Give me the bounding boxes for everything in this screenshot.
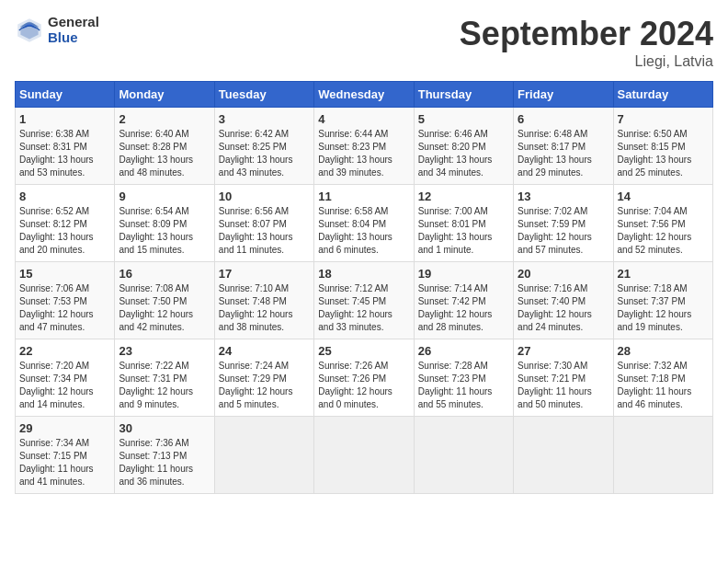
col-header-thursday: Thursday [414,82,513,108]
day-number: 15 [19,267,110,281]
day-number: 18 [318,267,409,281]
day-number: 2 [119,112,210,126]
calendar-cell: 15 Sunrise: 7:06 AMSunset: 7:53 PMDaylig… [16,262,115,339]
day-number: 9 [119,190,210,203]
day-info: Sunrise: 7:08 AMSunset: 7:50 PMDaylight:… [119,283,193,332]
logo: General Blue [15,15,99,45]
calendar-cell: 30 Sunrise: 7:36 AMSunset: 7:13 PMDaylig… [115,417,214,494]
day-number: 26 [418,344,509,358]
calendar-cell: 18 Sunrise: 7:12 AMSunset: 7:45 PMDaylig… [314,262,414,339]
day-number: 23 [119,344,210,358]
calendar-cell: 29 Sunrise: 7:34 AMSunset: 7:15 PMDaylig… [16,417,115,494]
day-info: Sunrise: 7:24 AMSunset: 7:29 PMDaylight:… [219,361,293,409]
calendar-cell [414,417,513,494]
day-info: Sunrise: 7:36 AMSunset: 7:13 PMDaylight:… [119,438,193,487]
day-number: 28 [618,344,709,358]
calendar-cell: 1 Sunrise: 6:38 AMSunset: 8:31 PMDayligh… [16,108,115,185]
day-number: 1 [19,112,110,126]
day-number: 30 [119,421,210,435]
day-number: 20 [518,267,609,281]
day-info: Sunrise: 6:46 AMSunset: 8:20 PMDaylight:… [418,129,493,178]
logo-general: General [48,15,99,30]
calendar-week-row: 22 Sunrise: 7:20 AMSunset: 7:34 PMDaylig… [16,339,713,417]
day-info: Sunrise: 7:16 AMSunset: 7:40 PMDaylight:… [518,283,592,332]
day-number: 19 [418,267,509,281]
calendar-week-row: 15 Sunrise: 7:06 AMSunset: 7:53 PMDaylig… [16,262,713,339]
day-number: 7 [618,112,709,126]
day-number: 6 [518,112,609,126]
col-header-friday: Friday [514,82,613,108]
calendar-cell: 19 Sunrise: 7:14 AMSunset: 7:42 PMDaylig… [414,262,513,339]
calendar-cell: 5 Sunrise: 6:46 AMSunset: 8:20 PMDayligh… [414,108,513,185]
calendar-cell: 6 Sunrise: 6:48 AMSunset: 8:17 PMDayligh… [514,108,613,185]
day-info: Sunrise: 7:14 AMSunset: 7:42 PMDaylight:… [418,283,493,332]
day-info: Sunrise: 7:06 AMSunset: 7:53 PMDaylight:… [19,283,94,332]
day-number: 11 [318,190,409,203]
day-info: Sunrise: 6:38 AMSunset: 8:31 PMDaylight:… [19,129,94,178]
day-number: 22 [19,344,110,358]
calendar-cell: 2 Sunrise: 6:40 AMSunset: 8:28 PMDayligh… [115,108,214,185]
day-info: Sunrise: 6:58 AMSunset: 8:04 PMDaylight:… [318,206,392,255]
day-info: Sunrise: 7:18 AMSunset: 7:37 PMDaylight:… [618,283,692,332]
day-number: 10 [219,190,310,203]
logo-icon [15,16,44,45]
day-info: Sunrise: 7:12 AMSunset: 7:45 PMDaylight:… [318,283,392,332]
calendar-cell: 10 Sunrise: 6:56 AMSunset: 8:07 PMDaylig… [214,185,313,262]
day-info: Sunrise: 6:56 AMSunset: 8:07 PMDaylight:… [219,206,293,255]
calendar-cell: 17 Sunrise: 7:10 AMSunset: 7:48 PMDaylig… [214,262,313,339]
calendar-cell [314,417,414,494]
day-number: 21 [618,267,709,281]
day-number: 12 [418,190,509,203]
day-info: Sunrise: 7:30 AMSunset: 7:21 PMDaylight:… [518,361,592,409]
month-title: September 2024 [460,15,713,53]
calendar-cell: 26 Sunrise: 7:28 AMSunset: 7:23 PMDaylig… [414,339,513,417]
calendar-cell: 20 Sunrise: 7:16 AMSunset: 7:40 PMDaylig… [514,262,613,339]
day-info: Sunrise: 6:40 AMSunset: 8:28 PMDaylight:… [119,129,193,178]
calendar-cell: 27 Sunrise: 7:30 AMSunset: 7:21 PMDaylig… [514,339,613,417]
day-number: 27 [518,344,609,358]
col-header-tuesday: Tuesday [214,82,313,108]
day-info: Sunrise: 7:00 AMSunset: 8:01 PMDaylight:… [418,206,493,255]
calendar-cell: 16 Sunrise: 7:08 AMSunset: 7:50 PMDaylig… [115,262,214,339]
calendar-cell [613,417,712,494]
col-header-saturday: Saturday [613,82,712,108]
day-info: Sunrise: 6:52 AMSunset: 8:12 PMDaylight:… [19,206,94,255]
day-info: Sunrise: 7:26 AMSunset: 7:26 PMDaylight:… [318,361,392,409]
calendar-cell: 28 Sunrise: 7:32 AMSunset: 7:18 PMDaylig… [613,339,712,417]
day-info: Sunrise: 7:20 AMSunset: 7:34 PMDaylight:… [19,361,94,409]
title-block: September 2024 Liegi, Latvia [460,15,713,70]
day-info: Sunrise: 7:22 AMSunset: 7:31 PMDaylight:… [119,361,193,409]
day-info: Sunrise: 7:10 AMSunset: 7:48 PMDaylight:… [219,283,293,332]
day-info: Sunrise: 6:50 AMSunset: 8:15 PMDaylight:… [618,129,692,178]
logo-text: General Blue [48,15,99,45]
calendar-cell: 9 Sunrise: 6:54 AMSunset: 8:09 PMDayligh… [115,185,214,262]
day-number: 8 [19,190,110,203]
calendar-week-row: 8 Sunrise: 6:52 AMSunset: 8:12 PMDayligh… [16,185,713,262]
calendar-cell [514,417,613,494]
calendar-header-row: SundayMondayTuesdayWednesdayThursdayFrid… [16,82,713,108]
day-info: Sunrise: 7:34 AMSunset: 7:15 PMDaylight:… [19,438,94,487]
calendar-cell: 4 Sunrise: 6:44 AMSunset: 8:23 PMDayligh… [314,108,414,185]
calendar-cell: 8 Sunrise: 6:52 AMSunset: 8:12 PMDayligh… [16,185,115,262]
col-header-sunday: Sunday [16,82,115,108]
calendar-cell: 23 Sunrise: 7:22 AMSunset: 7:31 PMDaylig… [115,339,214,417]
calendar-cell: 12 Sunrise: 7:00 AMSunset: 8:01 PMDaylig… [414,185,513,262]
day-number: 14 [618,190,709,203]
day-number: 17 [219,267,310,281]
day-number: 5 [418,112,509,126]
day-number: 3 [219,112,310,126]
calendar-cell: 14 Sunrise: 7:04 AMSunset: 7:56 PMDaylig… [613,185,712,262]
calendar-week-row: 29 Sunrise: 7:34 AMSunset: 7:15 PMDaylig… [16,417,713,494]
day-number: 13 [518,190,609,203]
day-info: Sunrise: 6:44 AMSunset: 8:23 PMDaylight:… [318,129,392,178]
day-info: Sunrise: 7:04 AMSunset: 7:56 PMDaylight:… [618,206,692,255]
calendar-cell: 24 Sunrise: 7:24 AMSunset: 7:29 PMDaylig… [214,339,313,417]
calendar-cell: 25 Sunrise: 7:26 AMSunset: 7:26 PMDaylig… [314,339,414,417]
day-number: 29 [19,421,110,435]
day-info: Sunrise: 6:48 AMSunset: 8:17 PMDaylight:… [518,129,592,178]
day-info: Sunrise: 7:28 AMSunset: 7:23 PMDaylight:… [418,361,493,409]
location: Liegi, Latvia [460,53,713,70]
page-header: General Blue September 2024 Liegi, Latvi… [15,15,713,70]
day-number: 24 [219,344,310,358]
day-info: Sunrise: 7:32 AMSunset: 7:18 PMDaylight:… [618,361,692,409]
